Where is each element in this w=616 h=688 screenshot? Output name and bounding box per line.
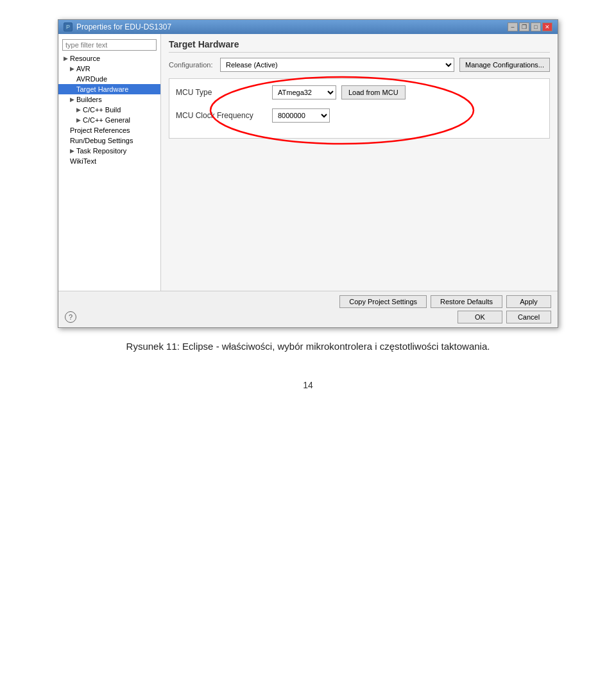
window-title: Properties for EDU-DS1307 [76,22,171,31]
right-panel: Target Hardware Configuration: Release (… [161,34,558,291]
mcu-freq-row: MCU Clock Frequency 8000000 [176,108,543,123]
cancel-button[interactable]: Cancel [506,311,551,323]
expand-arrow: ▶ [70,96,74,103]
page-number: 14 [303,380,313,390]
help-icon[interactable]: ? [65,311,76,323]
apply-button[interactable]: Apply [506,295,551,308]
expand-arrow: ▶ [70,148,74,154]
config-select[interactable]: Release (Active) [220,58,454,72]
restore-defaults-button[interactable]: Restore Defaults [431,295,502,308]
footer-row1: Copy Project Settings Restore Defaults A… [65,295,551,308]
title-bar-left: P Properties for EDU-DS1307 [64,22,171,31]
dialog-footer: Copy Project Settings Restore Defaults A… [58,291,558,327]
left-panel: ▶ Resource ▶ AVR AVRDude Target Hardware… [58,34,161,291]
title-bar: P Properties for EDU-DS1307 – ❐ □ ✕ [58,20,558,34]
settings-area: MCU Type ATmega32 Load from MCU MCU Cloc… [169,78,550,139]
tree-item-builders[interactable]: ▶ Builders [58,94,160,105]
ok-button[interactable]: OK [458,311,502,323]
tree-item-resource[interactable]: ▶ Resource [58,53,160,64]
dialog-content: ▶ Resource ▶ AVR AVRDude Target Hardware… [58,34,558,291]
tree-item-wikitext[interactable]: WikiText [58,156,160,166]
tree-item-cpp-general[interactable]: ▶ C/C++ General [58,115,160,125]
figure-caption: Rysunek 11: Eclipse - właściwości, wybór… [126,340,490,354]
filter-input[interactable] [62,39,157,51]
mcu-type-row: MCU Type ATmega32 Load from MCU [176,85,543,99]
mcu-freq-select[interactable]: 8000000 [272,108,330,123]
minimize-button[interactable]: – [508,22,518,31]
panel-title: Target Hardware [169,39,550,53]
expand-arrow: ▶ [76,117,81,123]
expand-arrow: ▶ [76,107,81,113]
settings-wrapper: MCU Type ATmega32 Load from MCU MCU Cloc… [169,78,550,139]
copy-project-settings-button[interactable]: Copy Project Settings [339,295,427,308]
tree-item-run-debug[interactable]: Run/Debug Settings [58,135,160,146]
footer-row2: ? OK Cancel [65,311,551,323]
mcu-type-select[interactable]: ATmega32 [272,85,336,99]
tree-item-avrdude[interactable]: AVRDude [58,74,160,84]
tree-item-avr[interactable]: ▶ AVR [58,64,160,74]
window-icon: P [64,22,73,31]
mcu-type-label: MCU Type [176,88,272,97]
tree-item-target-hardware[interactable]: Target Hardware [58,84,160,94]
eclipse-dialog: P Properties for EDU-DS1307 – ❐ □ ✕ ▶ Re… [58,19,558,328]
mcu-freq-label: MCU Clock Frequency [176,111,272,120]
load-from-mcu-button[interactable]: Load from MCU [341,85,406,99]
manage-configurations-button[interactable]: Manage Configurations... [459,58,550,72]
close-button[interactable]: ✕ [542,22,552,31]
restore-button[interactable]: ❐ [519,22,529,31]
expand-arrow: ▶ [70,65,74,72]
title-bar-controls: – ❐ □ ✕ [508,22,552,31]
tree-item-cpp-build[interactable]: ▶ C/C++ Build [58,105,160,115]
maximize-button[interactable]: □ [531,22,541,31]
config-row: Configuration: Release (Active) Manage C… [169,58,550,72]
tree-item-task-repo[interactable]: ▶ Task Repository [58,146,160,156]
expand-arrow: ▶ [64,55,68,62]
tree-item-project-refs[interactable]: Project References [58,125,160,135]
config-label: Configuration: [169,61,220,69]
